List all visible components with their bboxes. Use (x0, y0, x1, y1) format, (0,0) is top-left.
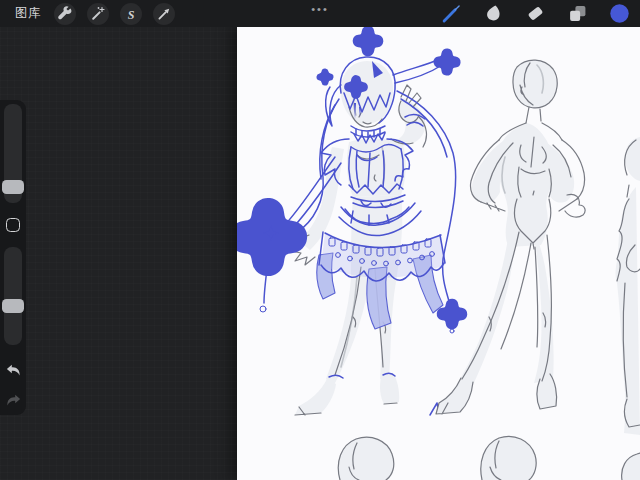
color-swatch-circle (610, 4, 629, 23)
magic-wand-icon (90, 6, 106, 22)
drawing-canvas[interactable] (237, 27, 640, 480)
redo-arrow-icon (5, 392, 22, 409)
selection-button[interactable]: S (120, 3, 142, 25)
partial-figure-right (616, 137, 640, 435)
pose-study-figure (436, 60, 585, 414)
brush-size-handle[interactable] (2, 180, 24, 194)
paint-tool-button[interactable] (442, 4, 461, 23)
layers-stack-icon (568, 4, 587, 23)
app-background: 图库 S (0, 0, 640, 480)
bottom-row-heads (338, 436, 640, 480)
smudge-finger-icon (484, 4, 503, 23)
transform-arrow-icon (156, 6, 172, 22)
main-character-sketch (245, 32, 461, 415)
opacity-handle[interactable] (2, 299, 24, 313)
transform-button[interactable] (153, 3, 175, 25)
gallery-button[interactable]: 图库 (15, 5, 41, 22)
toolbar-right-group (442, 4, 640, 23)
redo-button[interactable] (4, 391, 22, 409)
modify-button[interactable] (6, 218, 20, 232)
artwork-sketch (237, 27, 640, 480)
toolbar-left-group: 图库 S (0, 3, 186, 25)
brush-icon (442, 4, 461, 23)
undo-arrow-icon (5, 362, 22, 379)
eraser-icon (526, 4, 545, 23)
brush-size-slider[interactable] (4, 104, 22, 203)
svg-text:S: S (128, 7, 135, 21)
color-button[interactable] (610, 4, 629, 23)
brush-sidebar (0, 100, 26, 415)
layers-button[interactable] (568, 4, 587, 23)
erase-tool-button[interactable] (526, 4, 545, 23)
undo-button[interactable] (4, 361, 22, 379)
canvas-options-button[interactable]: ••• (311, 3, 329, 15)
smudge-tool-button[interactable] (484, 4, 503, 23)
top-toolbar: 图库 S (0, 0, 640, 27)
selection-s-icon: S (123, 6, 139, 22)
wrench-icon (57, 6, 73, 22)
opacity-slider[interactable] (4, 247, 22, 345)
actions-button[interactable] (54, 3, 76, 25)
adjustments-button[interactable] (87, 3, 109, 25)
